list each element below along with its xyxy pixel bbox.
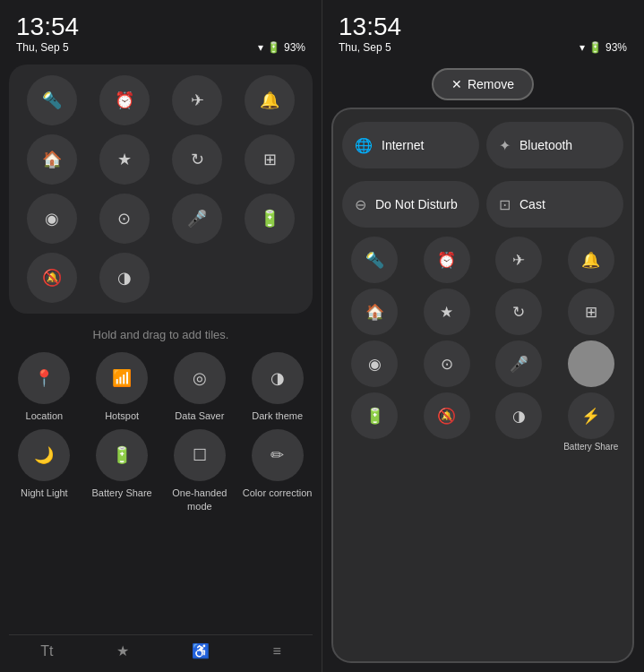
tile-batteryshare-label: Battery Share: [91, 487, 151, 499]
tile-colorcorrection-label: Color correction: [243, 487, 313, 499]
right-tile-highlight[interactable]: [559, 340, 624, 387]
hold-drag-text: Hold and drag to add tiles.: [9, 317, 313, 349]
available-tile-location[interactable]: 📍 Location: [9, 352, 80, 422]
dnd-cast-row: ⊖ Do Not Disturb ⊡ Cast: [342, 181, 623, 228]
tile-batteryshare-icon[interactable]: 🔋: [96, 429, 148, 481]
tile-onehanded-icon[interactable]: ☐: [174, 429, 226, 481]
tile-silent[interactable]: 🔕: [27, 253, 77, 303]
bluetooth-tile[interactable]: ✦ Bluetooth: [486, 122, 623, 168]
internet-icon: 🌐: [355, 137, 373, 154]
right-tile-alarm[interactable]: ⏰: [415, 237, 480, 283]
tile-focus[interactable]: ◉: [27, 194, 77, 244]
available-tile-darktheme[interactable]: ◑ Dark theme: [242, 352, 313, 422]
right-batteryshare-label: Battery Share: [563, 442, 618, 452]
tile-alarm[interactable]: ⏰: [99, 75, 150, 125]
internet-label: Internet: [382, 138, 424, 152]
tile-timeout[interactable]: ⊙: [99, 194, 150, 244]
right-tile-batteryshare[interactable]: ⚡ Battery Share: [559, 392, 624, 452]
right-airplane-icon[interactable]: ✈: [495, 237, 542, 283]
tile-datasaver-label: Data Saver: [175, 409, 224, 422]
right-battery-icon[interactable]: 🔋: [351, 392, 398, 439]
cast-tile[interactable]: ⊡ Cast: [486, 181, 623, 228]
available-tile-onehanded[interactable]: ☐ One-handed mode: [165, 429, 236, 513]
right-favorite-icon[interactable]: ★: [424, 289, 470, 335]
tile-screen[interactable]: ⊞: [245, 134, 295, 185]
tile-darktheme-label: Dark theme: [252, 409, 303, 422]
available-tile-nightlight[interactable]: 🌙 Night Light: [9, 429, 80, 513]
tile-colorcorrection-icon[interactable]: ✏: [252, 429, 304, 481]
wifi-icon-left: ▾: [258, 41, 263, 54]
right-focus-icon[interactable]: ◉: [351, 340, 398, 387]
right-tiles-outer: 🌐 Internet ✦ Bluetooth ⊖ Do Not Disturb …: [331, 108, 634, 663]
tile-flashlight[interactable]: 🔦: [27, 75, 77, 125]
right-tile-screen[interactable]: ⊞: [559, 289, 624, 335]
tile-battery[interactable]: 🔋: [245, 194, 295, 244]
right-tile-focus[interactable]: ◉: [342, 340, 408, 387]
bottom-nav-accessibility[interactable]: ♿: [192, 642, 210, 659]
bottom-nav-text[interactable]: Tt: [40, 643, 53, 659]
tile-hotspot-icon[interactable]: 📶: [96, 352, 148, 404]
tile-airplane[interactable]: ✈: [172, 75, 222, 125]
right-tile-timeout[interactable]: ⊙: [415, 340, 480, 387]
right-tile-home[interactable]: 🏠: [342, 289, 408, 335]
tile-notification[interactable]: 🔔: [245, 75, 295, 125]
right-tile-brightness[interactable]: ◑: [486, 392, 552, 452]
battery-percent-left: 93%: [284, 41, 305, 54]
tile-location-icon[interactable]: 📍: [18, 352, 70, 404]
right-tile-flashlight[interactable]: 🔦: [342, 237, 408, 283]
date-left: Thu, Sep 5: [16, 41, 79, 54]
internet-tile[interactable]: 🌐 Internet: [342, 122, 479, 168]
tile-favorite[interactable]: ★: [99, 134, 150, 185]
right-batteryshare-icon[interactable]: ⚡: [568, 392, 614, 439]
battery-icon-left: 🔋: [267, 41, 280, 54]
right-highlight-icon[interactable]: [568, 340, 614, 387]
wide-tiles-row: 🌐 Internet ✦ Bluetooth: [342, 122, 623, 168]
right-alarm-icon[interactable]: ⏰: [424, 237, 470, 283]
right-silent-icon[interactable]: 🔕: [424, 392, 470, 439]
right-mic-icon[interactable]: 🎤: [495, 340, 542, 387]
remove-x-icon: ✕: [451, 77, 462, 91]
right-home-icon[interactable]: 🏠: [351, 289, 398, 335]
right-timeout-icon[interactable]: ⊙: [424, 340, 470, 387]
tile-nightlight-icon[interactable]: 🌙: [18, 429, 70, 481]
right-rotate-icon[interactable]: ↻: [495, 289, 542, 335]
right-tile-airplane[interactable]: ✈: [486, 237, 552, 283]
available-tile-datasaver[interactable]: ◎ Data Saver: [165, 352, 236, 422]
bottom-nav-star[interactable]: ★: [116, 642, 129, 659]
right-panel: 13:54 Thu, Sep 5 ▾ 🔋 93% ✕ Remove 🌐 Inte…: [322, 0, 643, 672]
dnd-tile[interactable]: ⊖ Do Not Disturb: [342, 181, 479, 228]
tile-rotate[interactable]: ↻: [172, 134, 222, 185]
remove-button[interactable]: ✕ Remove: [432, 68, 534, 100]
tile-nightlight-label: Night Light: [21, 487, 68, 499]
tile-hotspot-label: Hotspot: [105, 409, 139, 422]
tile-home[interactable]: 🏠: [27, 134, 77, 185]
right-tile-silent[interactable]: 🔕: [415, 392, 480, 452]
bottom-nav-menu[interactable]: ≡: [272, 643, 280, 659]
tile-mic[interactable]: 🎤: [172, 194, 222, 244]
right-tile-battery[interactable]: 🔋: [342, 392, 408, 452]
right-tile-notification[interactable]: 🔔: [559, 237, 624, 283]
tile-onehanded-label: One-handed mode: [165, 487, 236, 513]
left-panel: 13:54 Thu, Sep 5 ▾ 🔋 93% 🔦 ⏰ ✈ 🔔 🏠 ★ ↻ ⊞…: [0, 0, 322, 672]
status-bar-left: 13:54 Thu, Sep 5 ▾ 🔋 93%: [9, 11, 313, 61]
right-screen-icon[interactable]: ⊞: [568, 289, 614, 335]
quick-tiles-container: 🔦 ⏰ ✈ 🔔 🏠 ★ ↻ ⊞ ◉ ⊙ 🎤 🔋 🔕 ◑: [9, 65, 313, 314]
available-tile-colorcorrection[interactable]: ✏ Color correction: [242, 429, 313, 513]
quick-tiles-grid: 🔦 ⏰ ✈ 🔔 🏠 ★ ↻ ⊞ ◉ ⊙ 🎤 🔋 🔕 ◑: [20, 75, 302, 303]
right-brightness-icon[interactable]: ◑: [495, 392, 542, 439]
available-tile-batteryshare[interactable]: 🔋 Battery Share: [87, 429, 158, 513]
right-flashlight-icon[interactable]: 🔦: [351, 237, 398, 283]
available-tiles-section: 📍 Location 📶 Hotspot ◎ Data Saver ◑ Dark…: [9, 349, 313, 629]
right-tile-mic[interactable]: 🎤: [486, 340, 552, 387]
right-grid-row4: 🔋 🔕 ◑ ⚡ Battery Share: [342, 392, 623, 452]
tile-datasaver-icon[interactable]: ◎: [174, 352, 226, 404]
right-tile-favorite[interactable]: ★: [415, 289, 480, 335]
cast-icon: ⊡: [499, 196, 511, 213]
tile-brightness[interactable]: ◑: [99, 253, 150, 303]
right-notification-icon[interactable]: 🔔: [568, 237, 614, 283]
cast-label: Cast: [519, 197, 545, 211]
right-tile-rotate[interactable]: ↻: [486, 289, 552, 335]
tile-darktheme-icon[interactable]: ◑: [252, 352, 304, 404]
time-left: 13:54: [16, 14, 79, 39]
available-tile-hotspot[interactable]: 📶 Hotspot: [87, 352, 158, 422]
